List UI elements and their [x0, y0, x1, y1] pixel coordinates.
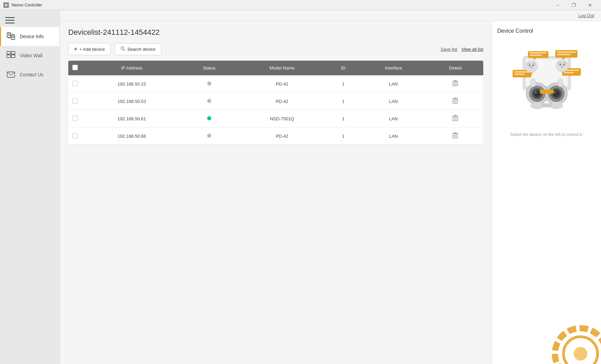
- svg-point-88: [574, 347, 587, 361]
- header-model: Model Name: [237, 61, 328, 75]
- save-list-button[interactable]: Save list: [441, 47, 457, 52]
- row-status: [182, 93, 237, 110]
- device-panel: Devicelist-241112-1454422 + + Add device…: [60, 21, 492, 364]
- minimize-button[interactable]: −: [550, 0, 566, 10]
- row-checkbox-3[interactable]: [72, 133, 78, 138]
- device-info-label: Device Info: [20, 34, 44, 39]
- svg-rect-23: [454, 98, 456, 99]
- sidebar-item-video-wall[interactable]: Video Wall: [0, 46, 59, 65]
- trash-icon: [453, 97, 458, 104]
- svg-point-65: [554, 91, 556, 93]
- app-container: Device Info Video Wall Contact Us: [0, 10, 601, 364]
- row-interface: LAN: [359, 110, 428, 127]
- svg-point-67: [530, 79, 536, 87]
- row-interface: LAN: [359, 127, 428, 145]
- hamburger-menu[interactable]: [0, 10, 59, 27]
- contact-us-label: Contact Us: [20, 72, 43, 77]
- toolbar-right: Save list View all list: [441, 47, 483, 52]
- device-icon: [6, 32, 16, 41]
- row-model: PD-42: [237, 75, 328, 93]
- status-indicator: [207, 134, 211, 138]
- delete-button-2[interactable]: [450, 114, 460, 123]
- header-id: ID: [327, 61, 359, 75]
- table-row: 192.168.50.61 NSD-7501Q 1 LAN: [68, 110, 483, 127]
- svg-rect-47: [557, 54, 571, 55]
- row-status: [182, 110, 237, 127]
- svg-rect-6: [12, 35, 14, 38]
- row-checkbox-cell: [68, 75, 82, 93]
- svg-point-79: [560, 64, 561, 65]
- logout-button[interactable]: Log Out: [578, 13, 594, 18]
- view-all-list-button[interactable]: View all list: [461, 47, 483, 52]
- delete-button-3[interactable]: [450, 132, 460, 140]
- row-checkbox-cell: [68, 93, 82, 110]
- svg-point-72: [529, 65, 530, 66]
- row-checkbox-1[interactable]: [72, 98, 78, 104]
- row-status: [182, 127, 237, 145]
- svg-rect-10: [7, 55, 11, 58]
- svg-line-14: [124, 49, 125, 51]
- table-row: 192.168.50.86 PD-42 1 LAN: [68, 127, 483, 145]
- restore-button[interactable]: ❐: [566, 0, 582, 10]
- control-panel-title: Device Control: [497, 28, 533, 34]
- sidebar-item-device-info[interactable]: Device Info: [0, 27, 59, 46]
- svg-rect-8: [7, 51, 11, 54]
- device-table-wrapper: IP Address Status Model Name ID Interfac…: [68, 61, 483, 145]
- svg-rect-55: [564, 72, 574, 73]
- svg-point-73: [532, 65, 534, 66]
- row-delete-cell: [428, 110, 483, 127]
- sidebar-item-contact-us[interactable]: Contact Us: [0, 65, 59, 84]
- hamburger-line-3: [5, 22, 15, 24]
- row-model: NSD-7501Q: [237, 110, 328, 127]
- row-model: PD-42: [237, 93, 328, 110]
- sidebar: Device Info Video Wall Contact Us: [0, 10, 60, 364]
- row-ip: 192.168.50.61: [82, 110, 182, 127]
- row-device-id: 1: [327, 75, 359, 93]
- control-panel: Device Control: [492, 21, 601, 364]
- top-bar: Log Out: [60, 10, 601, 21]
- add-device-button[interactable]: + + Add device: [68, 43, 111, 55]
- search-device-button[interactable]: Search device: [115, 43, 161, 55]
- svg-rect-42: [530, 52, 547, 54]
- header-interface: Interface: [359, 61, 428, 75]
- delete-button-1[interactable]: [450, 97, 460, 106]
- svg-rect-51: [514, 74, 525, 75]
- select-all-checkbox[interactable]: [72, 65, 78, 70]
- svg-rect-35: [454, 133, 456, 134]
- svg-point-1: [5, 4, 8, 6]
- svg-point-59: [534, 90, 541, 97]
- close-button[interactable]: ✕: [582, 0, 598, 10]
- svg-rect-66: [540, 90, 554, 94]
- device-table: IP Address Status Model Name ID Interfac…: [68, 61, 483, 145]
- row-interface: LAN: [359, 75, 428, 93]
- row-checkbox-0[interactable]: [72, 81, 78, 86]
- table-row: 192.168.50.22 PD-42 1 LAN: [68, 75, 483, 93]
- gear-decoration: [546, 309, 601, 364]
- status-indicator: [207, 116, 211, 120]
- svg-point-60: [535, 91, 537, 93]
- search-device-label: Search device: [127, 47, 155, 52]
- svg-point-64: [553, 90, 560, 97]
- row-checkbox-cell: [68, 127, 82, 145]
- content-area: Devicelist-241112-1454422 + + Add device…: [60, 21, 601, 364]
- delete-button-0[interactable]: [450, 79, 460, 88]
- row-device-id: 1: [327, 110, 359, 127]
- header-ip: IP Address: [82, 61, 182, 75]
- row-ip: 192.168.50.22: [82, 75, 182, 93]
- row-ip: 192.168.50.86: [82, 127, 182, 145]
- svg-rect-17: [454, 80, 456, 81]
- row-checkbox-2[interactable]: [72, 116, 78, 121]
- table-header-row: IP Address Status Model Name ID Interfac…: [68, 61, 483, 75]
- trash-icon: [453, 80, 458, 86]
- row-status: [182, 75, 237, 93]
- videowall-icon: [6, 51, 16, 60]
- row-interface: LAN: [359, 93, 428, 110]
- svg-point-75: [531, 67, 532, 68]
- plus-icon: +: [74, 46, 77, 52]
- trash-icon: [453, 115, 458, 121]
- video-wall-label: Video Wall: [20, 53, 42, 58]
- illustration-container: [497, 41, 596, 126]
- svg-point-68: [558, 79, 563, 87]
- control-illustration: [509, 46, 584, 121]
- svg-point-82: [561, 66, 563, 67]
